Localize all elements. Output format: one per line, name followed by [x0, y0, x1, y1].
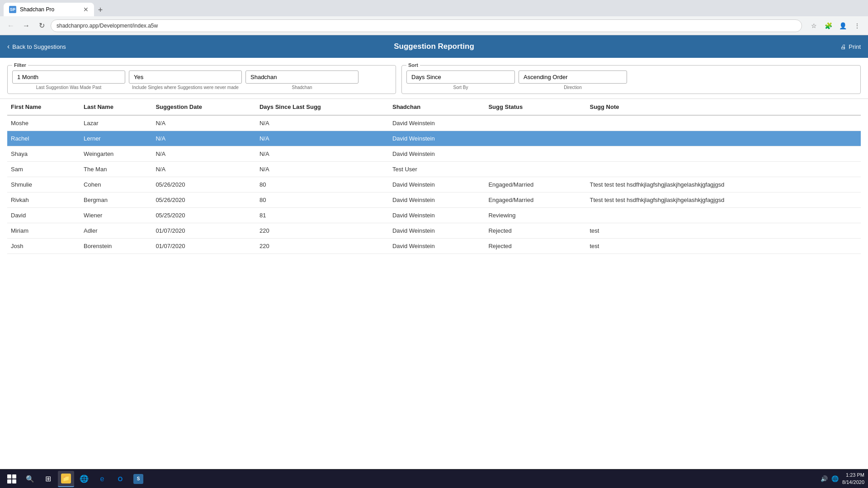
table-row[interactable]: DavidWiener05/25/202081David WeinsteinRe… — [7, 208, 861, 223]
include-filter-select[interactable]: Yes No — [129, 70, 242, 84]
profile-button[interactable]: 👤 — [836, 19, 849, 32]
sort-by-select[interactable]: Days Since First Name Last Name Suggesti… — [406, 70, 515, 84]
header-row: First Name Last Name Suggestion Date Day… — [7, 99, 861, 115]
table-row[interactable]: ShayaWeingartenN/AN/ADavid Weinstein — [7, 146, 861, 162]
sugg-status-cell: Engaged/Married — [485, 192, 586, 208]
days-since-cell: N/A — [256, 146, 389, 162]
days-since-cell: N/A — [256, 115, 389, 131]
last-name-cell: The Man — [80, 162, 152, 177]
sugg-date-cell: N/A — [152, 131, 256, 146]
suggestions-table: First Name Last Name Suggestion Date Day… — [7, 99, 861, 254]
sugg-status-cell: Engaged/Married — [485, 177, 586, 192]
table-row[interactable]: ShmulieCohen05/26/202080David WeinsteinE… — [7, 177, 861, 192]
start-button[interactable] — [4, 471, 20, 487]
sugg-status-cell — [485, 131, 586, 146]
sugg-note-cell: test — [586, 239, 861, 254]
print-button[interactable]: 🖨 Print — [840, 43, 861, 50]
sugg-date-cell: 05/26/2020 — [152, 192, 256, 208]
sugg-note-cell — [586, 131, 861, 146]
page-content: ‹ Back to Suggestions Suggestion Reporti… — [0, 35, 868, 469]
edge-icon: e — [97, 474, 107, 484]
first-name-cell: Shaya — [7, 146, 80, 162]
new-tab-button[interactable]: + — [94, 4, 107, 16]
outlook-icon: O — [115, 474, 125, 484]
last-name-cell: Weingarten — [80, 146, 152, 162]
include-filter-label: Include Singles where Suggestions were n… — [129, 85, 242, 90]
shadchan-cell: David Weinstein — [389, 115, 485, 131]
table-header: First Name Last Name Suggestion Date Day… — [7, 99, 861, 115]
table-row[interactable]: MosheLazarN/AN/ADavid Weinstein — [7, 115, 861, 131]
first-name-cell: Miriam — [7, 223, 80, 239]
address-bar[interactable]: shadchanpro.app/Development/index.a5w — [51, 19, 802, 32]
edge-taskbar-button[interactable]: e — [94, 471, 110, 487]
forward-nav-button[interactable]: → — [20, 19, 33, 32]
first-name-cell: Josh — [7, 239, 80, 254]
tray-icon-2: 🌐 — [831, 475, 839, 482]
direction-select[interactable]: Ascending Order Descending Order — [519, 70, 627, 84]
taskbar-search-button[interactable]: 🔍 — [22, 471, 38, 487]
bookmark-button[interactable]: ☆ — [807, 19, 820, 32]
first-name-cell: Rivkah — [7, 192, 80, 208]
task-view-icon: ⊞ — [43, 474, 53, 484]
clock-date: 8/14/2020 — [842, 479, 864, 486]
sugg-note-cell: Ttest test test hsdfhkjlagfshgjlaskjhgel… — [586, 192, 861, 208]
back-to-suggestions-link[interactable]: ‹ Back to Suggestions — [7, 42, 66, 51]
refresh-button[interactable]: ↻ — [35, 19, 48, 32]
col-sugg-date: Suggestion Date — [152, 99, 256, 115]
page-title: Suggestion Reporting — [394, 42, 474, 51]
table-row[interactable]: RivkahBergman05/26/202080David Weinstein… — [7, 192, 861, 208]
tab-close-button[interactable]: ✕ — [83, 6, 89, 13]
shadchan-cell: David Weinstein — [389, 177, 485, 192]
shadchan-filter-wrapper: Shadchan All Shadchan — [245, 70, 359, 90]
table-container: First Name Last Name Suggestion Date Day… — [0, 99, 868, 469]
shadchan-cell: David Weinstein — [389, 223, 485, 239]
sugg-status-cell: Rejected — [485, 239, 586, 254]
back-nav-button[interactable]: ← — [5, 19, 17, 32]
days-since-cell: 220 — [256, 239, 389, 254]
month-filter-select[interactable]: 1 Month 3 Months 6 Months 1 Year All — [12, 70, 125, 84]
print-icon: 🖨 — [840, 43, 846, 50]
days-since-cell: N/A — [256, 131, 389, 146]
sugg-status-cell — [485, 146, 586, 162]
shadchan-cell: Test User — [389, 162, 485, 177]
file-explorer-button[interactable]: 📁 — [58, 471, 74, 487]
back-arrow-icon: ‹ — [7, 42, 9, 51]
sugg-note-cell — [586, 115, 861, 131]
chrome-taskbar-button[interactable]: 🌐 — [76, 471, 92, 487]
shadchan-filter-select[interactable]: Shadchan All — [245, 70, 359, 84]
task-view-button[interactable]: ⊞ — [40, 471, 56, 487]
last-name-cell: Adler — [80, 223, 152, 239]
table-row[interactable]: JoshBorenstein01/07/2020220David Weinste… — [7, 239, 861, 254]
extensions-button[interactable]: 🧩 — [822, 19, 835, 32]
page-header: ‹ Back to Suggestions Suggestion Reporti… — [0, 35, 868, 58]
sort-by-wrapper: Days Since First Name Last Name Suggesti… — [406, 70, 515, 90]
last-name-cell: Lerner — [80, 131, 152, 146]
include-filter-wrapper: Yes No Include Singles where Suggestions… — [129, 70, 242, 90]
last-name-cell: Lazar — [80, 115, 152, 131]
sort-legend: Sort — [406, 62, 420, 68]
shadchan-filter-label: Shadchan — [245, 85, 359, 90]
shadchan-cell: David Weinstein — [389, 146, 485, 162]
sugg-date-cell: 01/07/2020 — [152, 239, 256, 254]
sugg-note-cell — [586, 162, 861, 177]
col-sugg-note: Sugg Note — [586, 99, 861, 115]
shadchanpro-taskbar-button[interactable]: S — [130, 471, 146, 487]
outlook-taskbar-button[interactable]: O — [112, 471, 128, 487]
filter-selects: 1 Month 3 Months 6 Months 1 Year All Las… — [12, 70, 391, 90]
table-row[interactable]: SamThe ManN/AN/ATest User — [7, 162, 861, 177]
browser-window: SP Shadchan Pro ✕ + ← → ↻ shadchanpro.ap… — [0, 0, 868, 488]
browser-tab[interactable]: SP Shadchan Pro ✕ — [4, 3, 94, 16]
col-last-name: Last Name — [80, 99, 152, 115]
table-row[interactable]: MiriamAdler01/07/2020220David WeinsteinR… — [7, 223, 861, 239]
sugg-note-cell — [586, 208, 861, 223]
first-name-cell: Shmulie — [7, 177, 80, 192]
table-row[interactable]: RachelLernerN/AN/ADavid Weinstein — [7, 131, 861, 146]
taskbar-clock: 1:23 PM 8/14/2020 — [842, 472, 864, 486]
col-shadchan: Shadchan — [389, 99, 485, 115]
month-filter-wrapper: 1 Month 3 Months 6 Months 1 Year All Las… — [12, 70, 125, 90]
table-body: MosheLazarN/AN/ADavid WeinsteinRachelLer… — [7, 115, 861, 254]
sugg-date-cell: 05/25/2020 — [152, 208, 256, 223]
last-name-cell: Cohen — [80, 177, 152, 192]
menu-button[interactable]: ⋮ — [851, 19, 863, 32]
sort-by-label: Sort By — [406, 85, 515, 90]
